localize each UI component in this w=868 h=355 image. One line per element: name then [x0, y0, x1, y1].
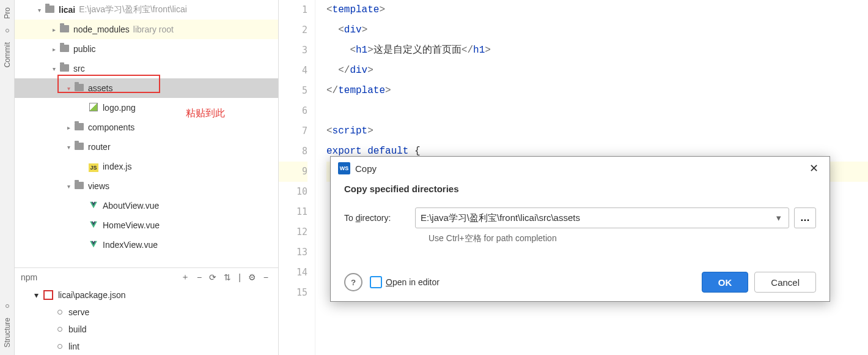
npm-toolbar: npm ＋ − ⟳ ⇅ | ⚙ − — [15, 267, 278, 286]
chevron-right-icon[interactable]: ▸ — [64, 124, 73, 131]
chevron-down-icon[interactable]: ▾ — [34, 290, 39, 300]
open-in-editor-label[interactable]: Open in editor — [386, 277, 440, 287]
rail-dot-icon — [6, 304, 9, 308]
npm-script-lint[interactable]: lint — [15, 338, 278, 355]
tree-public[interactable]: ▸ public — [15, 39, 278, 59]
code-line: <script> — [326, 121, 868, 141]
vue-file-icon — [89, 220, 98, 229]
tree-assets[interactable]: ▾ assets — [15, 78, 278, 98]
vue-file-icon — [89, 240, 98, 248]
line-number: 5 — [279, 81, 307, 101]
refresh-icon[interactable]: ⟳ — [209, 272, 216, 282]
line-number: 8 — [279, 141, 307, 162]
tree-root-licai[interactable]: ▾ licai E:\java学习\盈利宝\front\licai — [15, 0, 278, 20]
script-dot-icon — [57, 310, 62, 315]
tree-label: router — [88, 142, 111, 152]
tree-views[interactable]: ▾ views — [15, 176, 278, 196]
tree-index-view[interactable]: IndexView.vue — [15, 235, 278, 255]
line-number: 7 — [279, 121, 307, 141]
project-panel: ▾ licai E:\java学习\盈利宝\front\licai ▸ node… — [15, 0, 279, 355]
js-file-icon: JS — [89, 163, 98, 172]
line-number: 14 — [279, 263, 307, 283]
tree-label: AboutView.vue — [103, 201, 159, 211]
npm-script-label: lint — [68, 342, 79, 351]
tree-label: index.js — [103, 162, 131, 171]
tree-src[interactable]: ▾ src — [15, 59, 278, 78]
folder-icon — [75, 182, 84, 189]
tree-label: public — [73, 44, 96, 54]
tree-index-js[interactable]: JS index.js — [15, 157, 278, 176]
folder-icon — [60, 25, 69, 32]
rail-structure[interactable]: Structure — [3, 314, 12, 351]
tree-node-modules[interactable]: ▸ node_modules library root — [15, 20, 278, 39]
tree-label: assets — [88, 83, 112, 93]
chevron-down-icon[interactable]: ▾ — [34, 7, 44, 13]
folder-icon — [60, 45, 69, 52]
tree-home-view[interactable]: HomeView.vue — [15, 215, 278, 235]
npm-script-build[interactable]: build — [15, 321, 278, 338]
line-number: 4 — [279, 61, 307, 81]
line-number: 10 — [279, 182, 307, 202]
chevron-down-icon[interactable]: ▾ — [49, 65, 59, 72]
line-number: 1 — [279, 0, 307, 20]
chevron-right-icon[interactable]: ▸ — [49, 26, 59, 33]
script-dot-icon — [57, 327, 62, 332]
tree-label: components — [88, 122, 134, 132]
path-completion-hint: Use Ctrl+空格 for path completion — [428, 233, 816, 244]
rail-project[interactable]: Pro — [3, 4, 12, 23]
chevron-down-icon[interactable]: ▾ — [64, 85, 73, 92]
chevron-down-icon[interactable]: ▾ — [64, 183, 73, 190]
tree-label: HomeView.vue — [103, 220, 160, 230]
npm-title: npm — [21, 272, 177, 282]
side-tool-rail: Pro Commit Structure — [0, 0, 15, 355]
tree-label: IndexView.vue — [103, 240, 158, 250]
chevron-down-icon[interactable]: ▾ — [64, 144, 73, 151]
directory-path-input[interactable]: E:\java学习\盈利宝\front\licai\src\assets ▾ — [415, 207, 789, 228]
tree-router[interactable]: ▾ router — [15, 137, 278, 157]
npm-script-serve[interactable]: serve — [15, 304, 278, 321]
close-icon[interactable]: ✕ — [806, 162, 822, 175]
dropdown-icon[interactable]: ▾ — [774, 212, 784, 223]
tree-components[interactable]: ▸ components — [15, 118, 278, 137]
remove-icon[interactable]: − — [197, 272, 202, 282]
ok-button[interactable]: OK — [702, 272, 749, 293]
browse-button[interactable]: … — [794, 207, 816, 228]
chevron-right-icon[interactable]: ▸ — [49, 46, 59, 53]
line-number: 9 — [279, 162, 307, 182]
vue-file-icon — [89, 201, 98, 209]
dialog-title-text: Copy — [355, 163, 377, 174]
to-directory-label: To directory: — [344, 213, 415, 223]
project-tree[interactable]: ▾ licai E:\java学习\盈利宝\front\licai ▸ node… — [15, 0, 278, 267]
tree-hint: library root — [133, 24, 174, 34]
npm-script-label: serve — [68, 307, 89, 317]
gear-icon[interactable]: ⚙ — [248, 272, 256, 282]
add-icon[interactable]: ＋ — [181, 272, 189, 283]
tree-label: licai — [59, 5, 75, 15]
tree-about-view[interactable]: AboutView.vue — [15, 196, 278, 215]
tree-label: node_modules — [73, 24, 130, 34]
code-line: <h1>这是自定义的首页面</h1> — [326, 40, 868, 61]
help-button[interactable]: ? — [344, 273, 362, 291]
filter-icon[interactable]: ⇅ — [224, 272, 231, 282]
line-number: 13 — [279, 242, 307, 263]
separator: | — [238, 272, 241, 282]
collapse-icon[interactable]: − — [263, 272, 268, 282]
tree-logo-png[interactable]: logo.png — [15, 98, 278, 118]
tree-label: logo.png — [103, 103, 136, 113]
npm-package-json[interactable]: ▾ licai\package.json — [15, 286, 278, 304]
folder-icon — [75, 143, 84, 150]
copy-dialog: WS Copy ✕ Copy specified directories To … — [330, 156, 830, 302]
line-number: 12 — [279, 222, 307, 242]
code-line: <div> — [326, 20, 868, 40]
rail-commit[interactable]: Commit — [3, 39, 12, 71]
dialog-heading: Copy specified directories — [344, 184, 816, 194]
cancel-button[interactable]: Cancel — [754, 272, 816, 293]
line-number: 15 — [279, 283, 307, 303]
dialog-titlebar: WS Copy ✕ — [331, 157, 829, 180]
folder-icon — [75, 84, 84, 91]
folder-icon — [75, 123, 84, 130]
open-in-editor-checkbox[interactable] — [370, 276, 382, 288]
rail-dot-icon — [6, 29, 9, 32]
line-number: 3 — [279, 40, 307, 61]
code-line: </div> — [326, 61, 868, 81]
